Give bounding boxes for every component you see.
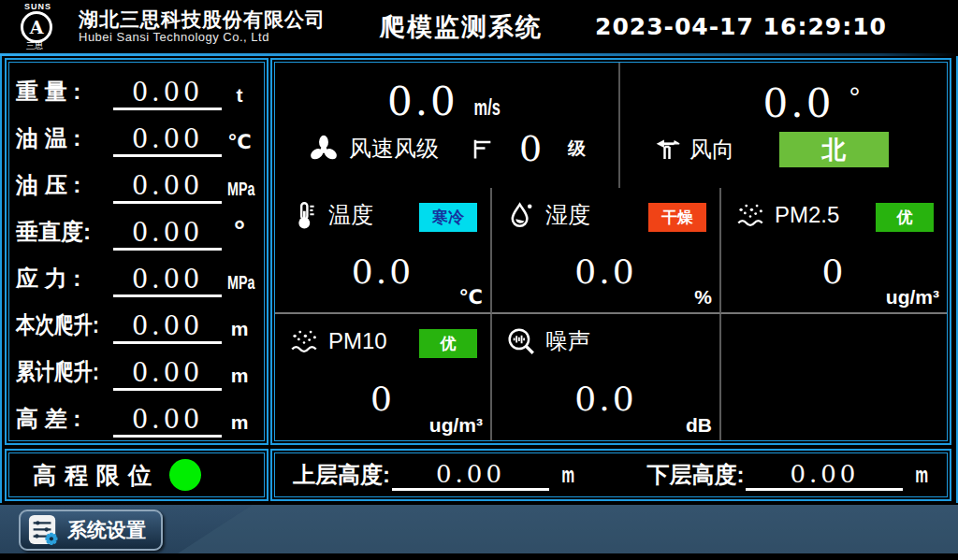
empty-cell <box>721 314 947 440</box>
wind-vane-icon <box>652 136 682 164</box>
lower-height-label: 下层高度: <box>646 460 744 490</box>
oil-pressure-label: 油 压 : <box>16 170 113 204</box>
humidity-label: 湿度 <box>545 200 590 230</box>
wind-level-flag-icon <box>469 136 495 162</box>
droplet-icon <box>505 199 537 231</box>
wind-speed-unit: m/s <box>473 94 500 121</box>
row-verticality: 垂直度: 0.00 ° <box>16 208 257 251</box>
temperature-cell: 温度 寒冷 0.0 ℃ <box>275 188 492 314</box>
sensor-grid: 温度 寒冷 0.0 ℃ <box>275 188 947 440</box>
stress-label: 应 力 : <box>16 264 113 297</box>
company-logo: SUNS A 三思 <box>13 0 73 53</box>
row-oil-pressure: 油 压 : 0.00 MPa <box>16 161 257 204</box>
verticality-value: 0.00 <box>113 218 222 251</box>
wind-direction-section: 0.0 ° 风向 北 <box>620 63 947 188</box>
wind-direction-label: 风向 <box>689 135 734 165</box>
wind-row: 0.0 m/s 风速风级 <box>275 63 947 188</box>
temperature-value: 0.0 <box>275 252 490 291</box>
noise-header: 噪声 <box>505 325 708 357</box>
pm25-cell: PM2.5 优 0 ug/m³ <box>721 188 947 314</box>
elevation-limit-indicator <box>169 459 201 491</box>
elevation-limit-panel: 高程限位 <box>5 449 269 501</box>
humidity-value: 0.0 <box>492 252 719 291</box>
pm25-unit: ug/m³ <box>886 286 939 309</box>
pm10-cell: PM10 优 0 ug/m³ <box>275 314 492 440</box>
pm10-value: 0 <box>275 380 490 418</box>
oil-pressure-value: 0.00 <box>113 171 222 204</box>
oil-temp-value: 0.00 <box>113 124 222 157</box>
row-current-climb: 本次爬升: 0.00 m <box>16 301 257 344</box>
pm10-unit: ug/m³ <box>429 414 483 437</box>
company-name: 湖北三思科技股份有限公司 Hubei Sansi Technology Co.,… <box>79 8 326 45</box>
current-climb-unit: m <box>222 318 257 344</box>
wind-speed-label: 风速风级 <box>349 134 439 164</box>
wind-speed-value: 0.0 <box>387 81 458 122</box>
logo-sub-text: 三思 <box>26 40 43 52</box>
noise-unit: dB <box>686 414 712 437</box>
current-climb-value: 0.00 <box>113 311 222 344</box>
stress-unit: MPa <box>227 271 252 297</box>
temperature-unit: ℃ <box>459 286 483 309</box>
current-climb-label: 本次爬升: <box>16 309 95 344</box>
row-weight: 重 量 : 0.00 t <box>16 67 257 110</box>
pm25-label: PM2.5 <box>775 202 839 228</box>
noise-value: 0.0 <box>492 380 719 418</box>
row-height-diff: 高 差 : 0.00 m <box>16 395 257 438</box>
oil-temp-unit: ℃ <box>222 131 257 157</box>
thermometer-icon <box>288 199 320 231</box>
verticality-label: 垂直度: <box>16 217 113 251</box>
monitoring-screen: SUNS A 三思 湖北三思科技股份有限公司 Hubei Sansi Techn… <box>0 0 958 560</box>
temperature-status-badge: 寒冷 <box>419 203 477 232</box>
total-climb-unit: m <box>222 365 257 391</box>
pm10-label: PM10 <box>328 328 387 354</box>
row-total-climb: 累计爬升: 0.00 m <box>16 348 257 391</box>
company-name-cn: 湖北三思科技股份有限公司 <box>79 8 326 31</box>
wind-level-row: 风速风级 0 级 <box>308 128 586 169</box>
row-stress: 应 力 : 0.00 MPa <box>16 254 257 297</box>
wind-level-unit: 级 <box>568 136 586 161</box>
dust-icon <box>734 199 766 231</box>
wind-level-value: 0 <box>519 128 542 169</box>
noise-cell: 噪声 0.0 dB <box>492 314 721 440</box>
wind-direction-unit: ° <box>849 81 860 113</box>
height-diff-unit: m <box>222 411 257 438</box>
wind-direction-badge: 北 <box>779 132 889 167</box>
wind-speed-reading: 0.0 m/s <box>387 81 506 122</box>
dust-icon <box>288 325 320 357</box>
content-area: 重 量 : 0.00 t 油 温 : 0.00 ℃ 油 压 : 0.00 MPa… <box>0 56 958 503</box>
pm10-status-badge: 优 <box>419 329 477 358</box>
fan-icon <box>308 133 340 165</box>
temperature-label: 温度 <box>328 200 373 230</box>
wind-direction-value: 0.0 <box>763 83 835 124</box>
height-diff-label: 高 差 : <box>16 404 113 438</box>
upper-height-value: 0.00 <box>392 460 549 491</box>
logo-letter: A <box>30 17 44 37</box>
wind-direction-row: 风向 北 <box>620 132 947 167</box>
upper-height-unit: m <box>561 463 574 488</box>
lower-height-unit: m <box>916 463 929 488</box>
verticality-unit: ° <box>222 215 257 251</box>
logo-circle-icon: A <box>21 11 52 43</box>
datetime-display: 2023-04-17 16:29:10 <box>595 13 887 40</box>
page-title: 爬模监测系统 <box>380 10 543 44</box>
total-climb-label: 累计爬升: <box>16 356 95 391</box>
total-climb-value: 0.00 <box>113 358 222 391</box>
noise-label: 噪声 <box>545 326 590 356</box>
elevation-limit-label: 高程限位 <box>33 460 160 491</box>
layer-heights-panel: 上层高度: 0.00 m 下层高度: 0.00 m <box>270 449 951 501</box>
wind-speed-section: 0.0 m/s 风速风级 <box>275 63 620 188</box>
height-diff-value: 0.00 <box>113 405 222 438</box>
weight-unit: t <box>222 84 257 110</box>
environment-panel: 0.0 m/s 风速风级 <box>270 58 951 445</box>
noise-icon <box>505 325 537 357</box>
pm25-value: 0 <box>721 252 947 291</box>
humidity-cell: 湿度 干燥 0.0 % <box>492 188 721 314</box>
system-settings-button[interactable]: 系统设置 <box>19 510 163 551</box>
settings-button-label: 系统设置 <box>67 517 146 543</box>
humidity-unit: % <box>694 286 712 309</box>
taskbar: 系统设置 <box>0 505 958 553</box>
weight-label: 重 量 : <box>16 77 113 110</box>
wind-direction-reading: 0.0 ° <box>676 83 947 124</box>
humidity-status-badge: 干燥 <box>648 203 706 232</box>
oil-temp-label: 油 温 : <box>16 123 113 157</box>
